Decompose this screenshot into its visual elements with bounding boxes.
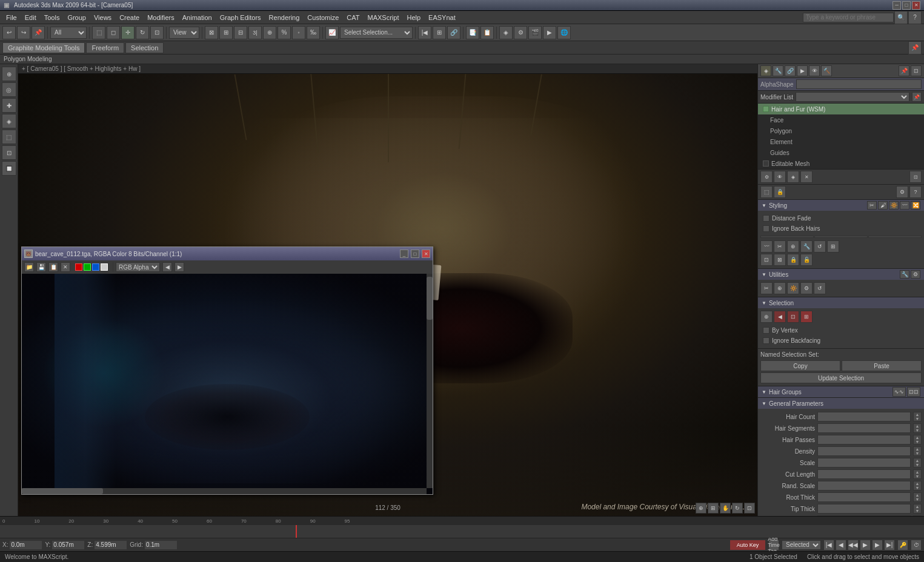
update-selection-btn[interactable]: Update Selection — [760, 372, 922, 383]
snap-percent[interactable]: ‰ — [307, 26, 320, 39]
char-btn[interactable]: |◀ — [418, 26, 431, 39]
object-name-input[interactable]: _Head — [796, 79, 922, 89]
float-close[interactable]: ✕ — [422, 250, 430, 258]
prev-frame[interactable]: ◀ — [836, 540, 846, 550]
motion-tab[interactable]: ▶ — [797, 65, 808, 76]
float-maximize[interactable]: □ — [411, 250, 419, 258]
menu-edit[interactable]: Edit — [21, 13, 40, 22]
util-btn4[interactable]: ⚙ — [800, 282, 813, 294]
float-minimize[interactable]: _ — [400, 250, 408, 258]
right-help[interactable]: ? — [909, 186, 922, 198]
play-backward[interactable]: ◀◀ — [848, 540, 859, 550]
general-params-header[interactable]: ▼ General Parameters — [758, 398, 924, 409]
render-last[interactable]: ▶ — [543, 26, 556, 39]
layer-mgr[interactable]: 📋 — [480, 26, 494, 39]
style-icon4[interactable]: 〰 — [900, 201, 909, 210]
scale-input[interactable]: 100.0 — [817, 458, 911, 468]
tab-selection[interactable]: Selection — [125, 42, 164, 53]
menu-file[interactable]: File — [2, 13, 21, 22]
float-scrollbar-h[interactable] — [22, 488, 427, 494]
style-btn2[interactable]: ✂ — [774, 240, 786, 253]
utility-tab[interactable]: 🔨 — [821, 65, 832, 76]
util-icon1[interactable]: 🔧 — [900, 270, 909, 279]
left-tool-6[interactable]: ⊡ — [2, 145, 16, 160]
style-icon3[interactable]: 🔆 — [889, 201, 899, 210]
style-icon5[interactable]: 🔀 — [911, 201, 920, 210]
autokey-btn[interactable]: Auto Key — [730, 540, 766, 550]
channel-white[interactable] — [101, 263, 108, 271]
tab-freeform[interactable]: Freeform — [86, 42, 124, 53]
modifier-guides[interactable]: Guides — [765, 147, 924, 158]
make-unique[interactable]: ◈ — [787, 171, 799, 183]
by-vertex-cb[interactable] — [763, 327, 769, 334]
redo-btn[interactable]: ↪ — [17, 26, 30, 39]
menu-tools[interactable]: Tools — [41, 13, 64, 22]
modifier-polygon[interactable]: Polygon — [765, 125, 924, 136]
float-save[interactable]: 💾 — [36, 262, 46, 272]
cut-length-spinner[interactable]: ▲▼ — [913, 469, 922, 479]
hair-count-spinner[interactable]: ▲▼ — [913, 412, 922, 422]
mod-enable-check[interactable] — [763, 106, 769, 112]
go-to-end[interactable]: ▶| — [884, 540, 895, 550]
selection-header[interactable]: ▼ Selection — [758, 297, 924, 308]
style-expand2[interactable]: ⊠ — [774, 254, 786, 266]
hair-segments-input[interactable]: 5 — [817, 423, 911, 433]
modifier-list-dropdown[interactable] — [796, 92, 909, 102]
mod-enable-check-mesh[interactable] — [763, 160, 769, 167]
styling-header[interactable]: ▼ Styling ✂ 🖌 🔆 〰 🔀 — [758, 200, 924, 211]
pin-stack[interactable]: 📌 — [899, 65, 909, 76]
pan-view[interactable]: ✋ — [720, 503, 731, 514]
sel-mode-red3[interactable]: ⊞ — [800, 311, 813, 323]
hierarchy-tab[interactable]: 🔗 — [785, 65, 796, 76]
channel-blue[interactable] — [92, 263, 99, 271]
add-time-tag-btn[interactable]: Add Time Tag — [768, 540, 779, 550]
left-tool-5[interactable]: ⬚ — [2, 130, 16, 144]
tab-graphite[interactable]: Graphite Modeling Tools — [2, 42, 85, 53]
utilities-header[interactable]: ▼ Utilities 🔧 ⚙ — [758, 269, 924, 280]
play-forward[interactable]: ▶ — [860, 540, 871, 550]
sel-mode1[interactable]: ⊕ — [760, 311, 773, 323]
y-input[interactable] — [52, 540, 85, 550]
hold-btn[interactable]: 📌 — [32, 26, 45, 39]
toolbar-pin[interactable]: 📌 — [908, 41, 922, 55]
pin-modifier[interactable]: 📌 — [912, 92, 922, 102]
activeshade[interactable]: 🌐 — [557, 26, 571, 39]
mirror-btn[interactable]: ⊠ — [205, 26, 218, 39]
style-btn4[interactable]: 🔧 — [800, 240, 813, 253]
menu-animation[interactable]: Animation — [179, 13, 216, 22]
tip-thick-input[interactable]: 0.0 — [817, 504, 911, 514]
density-spinner[interactable]: ▲▼ — [913, 446, 922, 456]
char-link[interactable]: 🔗 — [447, 26, 460, 39]
rand-scale-spinner[interactable]: ▲▼ — [913, 481, 922, 491]
move-tool[interactable]: ✛ — [121, 26, 135, 39]
arc-rotate[interactable]: ↻ — [732, 503, 743, 514]
rotate-tool[interactable]: ↻ — [136, 26, 149, 39]
hair-passes-input[interactable]: 3 — [817, 435, 911, 445]
scale-tool[interactable]: ⊡ — [150, 26, 164, 39]
curve-editor[interactable]: 📈 — [325, 26, 339, 39]
viewport[interactable]: Model and Image Courtesy of Visual Distr… — [18, 74, 757, 516]
hair-passes-spinner[interactable]: ▲▼ — [913, 435, 922, 445]
next-frame[interactable]: ▶ — [872, 540, 883, 550]
char-mode[interactable]: ⊞ — [433, 26, 446, 39]
util-btn2[interactable]: ⊕ — [774, 282, 786, 294]
expand-panel[interactable]: ⊡ — [911, 65, 922, 76]
render-setup[interactable]: ⚙ — [514, 26, 527, 39]
hg-icon2[interactable]: ⊡⊡ — [907, 387, 920, 397]
snap-angle[interactable]: ◦ — [292, 26, 305, 39]
style-btn3[interactable]: ⊕ — [787, 240, 799, 253]
modifier-editable-mesh[interactable]: Editable Mesh — [758, 158, 924, 169]
style-expand1[interactable]: ⊡ — [760, 254, 773, 266]
menu-maxscript[interactable]: MAXScript — [364, 13, 403, 22]
left-tool-3[interactable]: ✚ — [2, 98, 16, 113]
root-thick-spinner[interactable]: ▲▼ — [913, 492, 922, 502]
distance-fade-cb[interactable] — [763, 215, 769, 222]
x-input[interactable] — [9, 540, 42, 550]
create-tab[interactable]: ◈ — [760, 65, 771, 76]
tip-thick-spinner[interactable]: ▲▼ — [913, 504, 922, 514]
zoom-region[interactable]: ⊞ — [708, 503, 719, 514]
nss-paste-btn[interactable]: Paste — [842, 360, 922, 371]
style-btn6[interactable]: ⊞ — [827, 240, 839, 253]
ignore-back-hairs-cb[interactable] — [763, 225, 769, 232]
modifier-face[interactable]: Face — [765, 114, 924, 125]
